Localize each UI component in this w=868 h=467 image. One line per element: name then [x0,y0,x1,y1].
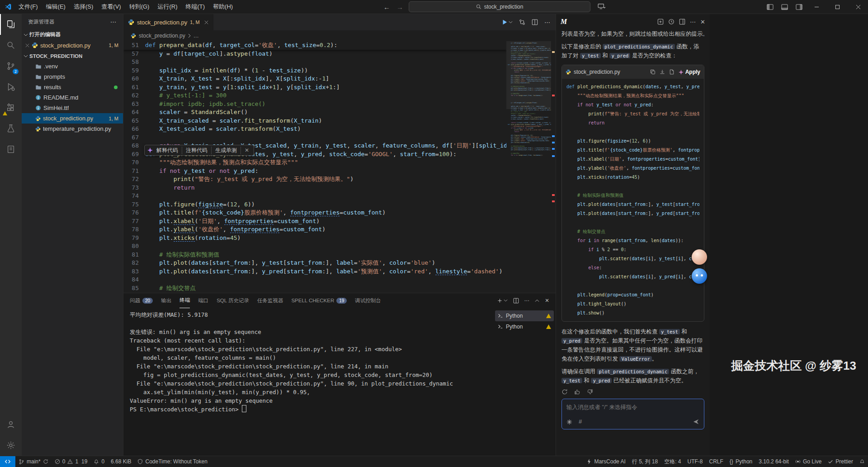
new-file-icon[interactable] [669,69,675,75]
assistant-avatar-robot[interactable] [692,268,707,284]
panel-tab-4[interactable]: SQL 历史记录 [217,293,249,308]
terminal-instance-0[interactable]: Python [495,310,554,321]
menu-item-6[interactable]: 终端(T) [181,0,209,14]
open-in-editor-icon[interactable] [679,19,685,25]
file-item-SimHei.ttf[interactable]: SimHei.ttf [22,103,123,113]
remote-indicator[interactable] [0,456,15,467]
breadcrumb[interactable]: stock_prediction.py … [123,30,556,41]
assistant-avatar-cat[interactable] [692,249,707,265]
python-interpreter-status[interactable]: 3.10.2 64-bit [755,456,792,467]
close-button[interactable] [848,0,868,14]
new-terminal-icon[interactable] [497,298,508,304]
go-live-status[interactable]: Go Live [792,456,825,467]
split-editor-icon[interactable] [532,19,538,25]
send-icon[interactable] [693,419,699,425]
close-icon[interactable]: ✕ [700,19,705,25]
cursor-position-status[interactable]: 行 5, 列 18 [629,456,661,467]
breadcrumb-symbol[interactable]: … [193,33,199,39]
indentation-status[interactable]: 空格: 4 [661,456,684,467]
tab-stock-prediction[interactable]: stock_prediction.py 1, M [123,14,213,30]
command-center-search[interactable]: stock_prediction [409,1,590,12]
close-icon[interactable] [25,43,29,48]
minimap-viewport[interactable] [506,41,551,109]
thumbs-up-icon[interactable] [574,389,580,395]
close-icon[interactable]: ✕ [241,147,251,153]
panel-tab-6[interactable]: SPELL CHECKER19 [291,293,347,308]
panel-tab-0[interactable]: 问题20 [130,293,153,308]
file-item-stock_prediction.py[interactable]: stock_prediction.py1, M [22,113,123,124]
apply-button[interactable]: Apply [679,67,700,76]
panel-tab-7[interactable]: 调试控制台 [355,293,381,308]
more-icon[interactable]: ⋯ [524,297,530,304]
explain-code-action[interactable]: 解释代码 [153,147,182,154]
compare-changes-icon[interactable] [519,19,525,25]
sidebar-item-testing[interactable] [0,118,22,139]
settings-gear-icon[interactable] [0,435,22,456]
file-item-.venv[interactable]: .venv [22,61,123,71]
toggle-sidebar-icon[interactable] [763,0,777,14]
history-icon[interactable] [668,19,675,25]
codetime-status[interactable]: CodeTime: Without Token [134,456,210,467]
code-editor[interactable]: 51def prepare_data(df, target_col='收盘', … [123,41,556,293]
run-python-file-icon[interactable] [501,19,513,25]
panel-tab-1[interactable]: 输出 [161,293,171,308]
menu-item-3[interactable]: 查看(V) [97,0,125,14]
terminal-instance-1[interactable]: Python [495,321,554,332]
context-hash-icon[interactable]: # [579,417,582,426]
copy-icon[interactable] [650,69,656,75]
back-icon[interactable]: ← [382,3,391,11]
toggle-secondary-sidebar-icon[interactable] [792,0,806,14]
overview-ruler[interactable] [551,41,556,293]
menu-item-5[interactable]: 运行(R) [153,0,181,14]
open-editors-header[interactable]: 打开的编辑器 [22,29,123,40]
regenerate-icon[interactable] [561,389,568,395]
menu-item-1[interactable]: 编辑(E) [42,0,70,14]
close-panel-icon[interactable]: ✕ [545,297,549,304]
breadcrumb-file[interactable]: stock_prediction.py [139,33,185,39]
menu-item-2[interactable]: 选择(S) [70,0,97,14]
menu-item-4[interactable]: 转到(G) [125,0,154,14]
notification-status[interactable]: 0 [90,456,108,467]
ai-chat-input[interactable]: 输入消息或者 "/" 来选择指令 # [561,399,704,429]
comment-code-action[interactable]: 注释代码 [182,147,212,154]
language-mode-status[interactable]: {}Python [726,456,755,467]
panel-tab-5[interactable]: 任务监视器 [257,293,283,308]
notifications-bell-icon[interactable] [856,456,868,467]
tab-close-icon[interactable] [204,20,208,24]
sidebar-item-search[interactable] [0,35,22,56]
terminal-output[interactable]: 平均绝对误差(MAE): 5.9178 发生错误: min() arg is a… [123,308,495,457]
more-actions-icon[interactable]: ⋯ [544,19,550,26]
sidebar-more-icon[interactable]: ⋯ [110,18,117,25]
file-item-results[interactable]: results [22,82,123,92]
encoding-status[interactable]: UTF-8 [684,456,706,467]
generate-tests-action[interactable]: 生成单测 [212,147,241,154]
menu-item-0[interactable]: 文件(F) [14,0,42,14]
project-header[interactable]: STOCK_PREDICTION [22,51,123,61]
forward-icon[interactable]: → [396,3,404,11]
file-item-README.md[interactable]: README.md [22,92,123,103]
maximize-panel-icon[interactable] [535,299,539,302]
eol-status[interactable]: CRLF [706,456,726,467]
git-branch-status[interactable]: main* [15,456,52,467]
new-chat-icon[interactable] [657,19,664,25]
minimap[interactable]: y = df[target_col].astype(float) split_i… [506,41,551,293]
open-editor-item[interactable]: stock_prediction.py 1, M [22,40,123,51]
panel-tab-2[interactable]: 终端 [179,293,190,308]
account-icon[interactable] [0,414,22,435]
prettier-status[interactable]: Prettier [825,456,856,467]
maximize-button[interactable] [827,0,847,14]
sidebar-item-run-debug[interactable] [0,76,22,97]
terminal-prompt[interactable]: PS E:\marscode\stock_prediction> [130,405,495,414]
sidebar-item-notebook[interactable] [0,139,22,160]
problems-status[interactable]: 0 1 19 [52,456,91,467]
split-terminal-icon[interactable] [513,298,519,304]
file-size-status[interactable]: 6.68 KiB [108,456,134,467]
panel-tab-3[interactable]: 端口 [198,293,208,308]
more-icon[interactable]: ⋯ [690,19,696,25]
sidebar-item-explorer[interactable] [0,14,22,35]
toggle-panel-icon[interactable] [778,0,791,14]
marscode-ai-status[interactable]: MarsCode AI [584,456,628,467]
file-item-prompts[interactable]: prompts [22,71,123,82]
file-item-temperature_prediction.py[interactable]: temperature_prediction.py [22,124,123,134]
menu-item-7[interactable]: 帮助(H) [209,0,237,14]
